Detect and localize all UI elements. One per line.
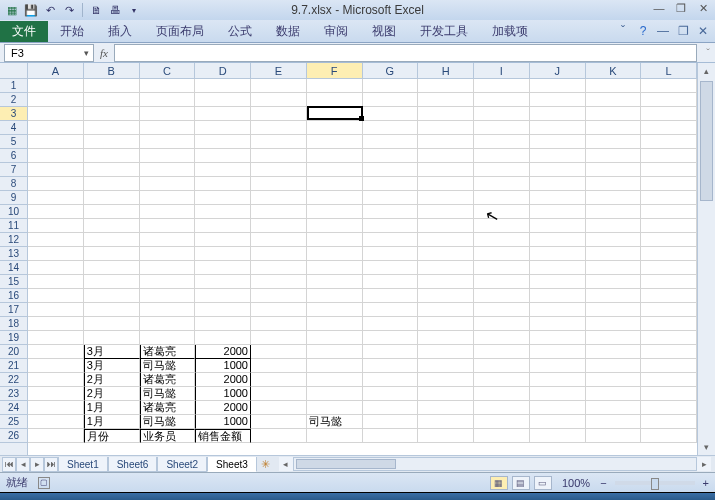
cell[interactable]	[251, 247, 307, 261]
cell[interactable]	[418, 163, 474, 177]
close-icon[interactable]: ✕	[693, 1, 713, 15]
cell[interactable]	[140, 177, 196, 191]
wb-restore-icon[interactable]: ❐	[675, 23, 691, 39]
cell[interactable]	[251, 429, 307, 443]
column-header[interactable]: F	[307, 63, 363, 78]
cell[interactable]	[586, 331, 642, 345]
cell[interactable]	[28, 387, 84, 401]
cell[interactable]	[530, 135, 586, 149]
cell[interactable]	[307, 135, 363, 149]
vertical-scrollbar[interactable]: ▴ ▾	[697, 63, 715, 455]
cell[interactable]	[251, 359, 307, 373]
cell[interactable]	[28, 401, 84, 415]
row-header[interactable]: 18	[0, 317, 27, 331]
name-box-dropdown-icon[interactable]: ▾	[79, 48, 93, 58]
name-box[interactable]: F3 ▾	[4, 44, 94, 62]
cell[interactable]: 2000	[195, 345, 251, 359]
cell[interactable]	[474, 303, 530, 317]
row-header[interactable]: 16	[0, 289, 27, 303]
cell[interactable]	[195, 233, 251, 247]
minimize-icon[interactable]: —	[649, 1, 669, 15]
cell[interactable]	[251, 331, 307, 345]
tab-nav-first-icon[interactable]: ⏮	[2, 457, 16, 472]
cell[interactable]: 诸葛亮	[140, 345, 196, 359]
horizontal-scrollbar[interactable]: ◂ ▸	[279, 457, 711, 471]
cell[interactable]	[28, 275, 84, 289]
cell[interactable]	[586, 233, 642, 247]
cell[interactable]	[641, 275, 697, 289]
cell[interactable]	[195, 303, 251, 317]
cell[interactable]	[251, 107, 307, 121]
cell[interactable]	[530, 275, 586, 289]
cell[interactable]	[530, 289, 586, 303]
cell[interactable]	[251, 373, 307, 387]
cell[interactable]	[140, 149, 196, 163]
cell[interactable]	[363, 429, 419, 443]
cell[interactable]	[586, 317, 642, 331]
column-header[interactable]: B	[84, 63, 140, 78]
cell[interactable]	[363, 401, 419, 415]
cell[interactable]	[363, 107, 419, 121]
cell[interactable]	[28, 205, 84, 219]
column-header[interactable]: J	[530, 63, 586, 78]
cell[interactable]	[307, 317, 363, 331]
cell[interactable]	[474, 415, 530, 429]
cell[interactable]	[307, 121, 363, 135]
cell[interactable]	[474, 233, 530, 247]
zoom-level[interactable]: 100%	[562, 477, 590, 489]
page-layout-view-icon[interactable]: ▤	[512, 476, 530, 490]
cell[interactable]	[530, 359, 586, 373]
column-header[interactable]: A	[28, 63, 84, 78]
cell[interactable]	[586, 303, 642, 317]
cell[interactable]	[195, 261, 251, 275]
cell[interactable]: 诸葛亮	[140, 373, 196, 387]
cell[interactable]	[586, 345, 642, 359]
cell[interactable]	[363, 191, 419, 205]
cell[interactable]: 1000	[195, 387, 251, 401]
column-header[interactable]: H	[418, 63, 474, 78]
cell[interactable]	[195, 177, 251, 191]
cell[interactable]	[251, 191, 307, 205]
row-header[interactable]: 3	[0, 107, 27, 121]
cell[interactable]	[530, 373, 586, 387]
cell[interactable]	[251, 163, 307, 177]
cell[interactable]	[195, 121, 251, 135]
cell[interactable]	[418, 303, 474, 317]
cell[interactable]	[474, 107, 530, 121]
cell[interactable]	[251, 121, 307, 135]
cell[interactable]	[195, 247, 251, 261]
cell[interactable]	[641, 387, 697, 401]
cell[interactable]	[586, 93, 642, 107]
cell[interactable]	[307, 149, 363, 163]
cell[interactable]	[84, 79, 140, 93]
cell[interactable]	[28, 79, 84, 93]
cell[interactable]	[586, 121, 642, 135]
cell[interactable]	[418, 79, 474, 93]
cell[interactable]	[586, 219, 642, 233]
sheet-tab[interactable]: Sheet1	[58, 457, 108, 472]
cell[interactable]	[641, 317, 697, 331]
cell[interactable]	[363, 289, 419, 303]
cell[interactable]	[418, 177, 474, 191]
cell[interactable]	[363, 135, 419, 149]
cell[interactable]	[530, 205, 586, 219]
cell[interactable]	[195, 205, 251, 219]
row-header[interactable]: 23	[0, 387, 27, 401]
cell[interactable]	[530, 247, 586, 261]
cell[interactable]	[530, 387, 586, 401]
cell[interactable]	[586, 149, 642, 163]
cell[interactable]	[530, 401, 586, 415]
column-header[interactable]: C	[140, 63, 196, 78]
cell[interactable]	[530, 177, 586, 191]
cell[interactable]: 3月	[84, 359, 140, 373]
cell[interactable]	[251, 233, 307, 247]
cell[interactable]	[84, 247, 140, 261]
cell[interactable]	[28, 149, 84, 163]
cell[interactable]: 3月	[84, 345, 140, 359]
cell[interactable]	[84, 107, 140, 121]
cell[interactable]	[307, 191, 363, 205]
scroll-thumb-vertical[interactable]	[700, 81, 713, 201]
cell[interactable]: 销售金额	[195, 429, 251, 443]
cell[interactable]	[84, 261, 140, 275]
sheet-tab[interactable]: Sheet2	[157, 457, 207, 472]
